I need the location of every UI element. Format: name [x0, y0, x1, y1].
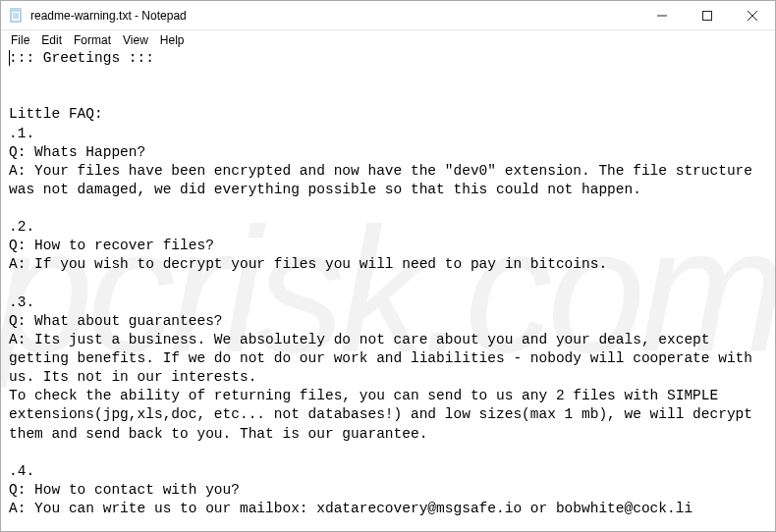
text-area[interactable]: ::: Greetings ::: Little FAQ: .1. Q: Wha…	[1, 49, 775, 531]
menu-file[interactable]: File	[5, 32, 35, 48]
minimize-button[interactable]	[639, 1, 685, 29]
window-controls	[639, 1, 775, 29]
menubar: File Edit Format View Help	[1, 30, 775, 49]
notepad-icon	[9, 8, 25, 24]
svg-rect-6	[703, 11, 712, 20]
maximize-button[interactable]	[685, 1, 730, 29]
close-button[interactable]	[730, 1, 775, 29]
svg-rect-1	[11, 9, 21, 12]
document-text: ::: Greetings ::: Little FAQ: .1. Q: Wha…	[9, 50, 761, 516]
titlebar-left: readme-warning.txt - Notepad	[1, 8, 639, 24]
menu-help[interactable]: Help	[154, 32, 191, 48]
menu-edit[interactable]: Edit	[35, 32, 68, 48]
titlebar: readme-warning.txt - Notepad	[1, 1, 775, 30]
menu-format[interactable]: Format	[68, 32, 117, 48]
window-title: readme-warning.txt - Notepad	[30, 9, 187, 23]
notepad-window: readme-warning.txt - Notepad File Edit F…	[0, 0, 776, 532]
menu-view[interactable]: View	[117, 32, 154, 48]
